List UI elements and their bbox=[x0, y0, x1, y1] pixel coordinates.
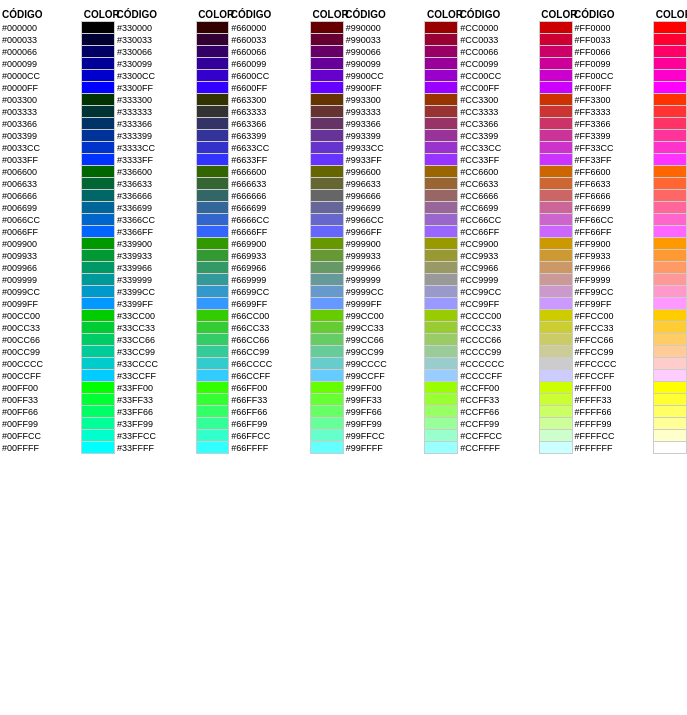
color-swatch bbox=[82, 322, 115, 334]
column-header-code-0: CÓDIGO bbox=[0, 8, 82, 22]
color-swatch bbox=[82, 154, 115, 166]
color-swatch bbox=[311, 94, 344, 106]
column-header-color-1: COLOR bbox=[196, 8, 229, 22]
color-swatch bbox=[311, 250, 344, 262]
color-code: #66CC33 bbox=[229, 322, 311, 334]
color-code: #CCCC33 bbox=[458, 322, 540, 334]
color-code: #6699CC bbox=[229, 286, 311, 298]
color-code: #CC33CC bbox=[458, 142, 540, 154]
color-swatch bbox=[539, 334, 572, 346]
color-swatch bbox=[311, 322, 344, 334]
color-code: #CC6633 bbox=[458, 178, 540, 190]
color-code: #0000FF bbox=[0, 82, 82, 94]
color-swatch bbox=[654, 82, 687, 94]
color-swatch bbox=[654, 334, 687, 346]
color-swatch bbox=[539, 82, 572, 94]
color-code: #FF3366 bbox=[572, 118, 654, 130]
color-code: #FFCC66 bbox=[572, 334, 654, 346]
color-code: #003333 bbox=[0, 106, 82, 118]
color-code: #660099 bbox=[229, 58, 311, 70]
table-row: #006699#336699#666699#996699#CC6699#FF66… bbox=[0, 202, 687, 214]
color-code: #009999 bbox=[0, 274, 82, 286]
color-code: #CC0033 bbox=[458, 34, 540, 46]
table-row: #00CC33#33CC33#66CC33#99CC33#CCCC33#FFCC… bbox=[0, 322, 687, 334]
color-code: #9966CC bbox=[343, 214, 425, 226]
color-code: #CCCC99 bbox=[458, 346, 540, 358]
color-code: #66CC66 bbox=[229, 334, 311, 346]
color-swatch bbox=[425, 286, 458, 298]
color-swatch bbox=[425, 334, 458, 346]
color-code: #FF9933 bbox=[572, 250, 654, 262]
color-code: #CC0066 bbox=[458, 46, 540, 58]
color-code: #000066 bbox=[0, 46, 82, 58]
color-code: #009933 bbox=[0, 250, 82, 262]
color-code: #CCCC66 bbox=[458, 334, 540, 346]
color-swatch bbox=[196, 82, 229, 94]
color-swatch bbox=[539, 58, 572, 70]
color-swatch bbox=[196, 106, 229, 118]
color-swatch bbox=[539, 274, 572, 286]
color-swatch bbox=[82, 310, 115, 322]
color-code: #003399 bbox=[0, 130, 82, 142]
color-swatch bbox=[539, 382, 572, 394]
color-swatch bbox=[654, 154, 687, 166]
color-code: #669999 bbox=[229, 274, 311, 286]
color-swatch bbox=[654, 298, 687, 310]
color-swatch bbox=[311, 106, 344, 118]
color-code: #990099 bbox=[343, 58, 425, 70]
color-swatch bbox=[82, 346, 115, 358]
color-code: #33CCFF bbox=[114, 370, 196, 382]
table-row: #00FF99#33FF99#66FF99#99FF99#CCFF99#FFFF… bbox=[0, 418, 687, 430]
color-swatch bbox=[82, 286, 115, 298]
color-swatch bbox=[425, 166, 458, 178]
color-code: #FFCC33 bbox=[572, 322, 654, 334]
color-code: #339999 bbox=[114, 274, 196, 286]
color-swatch bbox=[654, 166, 687, 178]
color-code: #FFCCCC bbox=[572, 358, 654, 370]
color-swatch bbox=[196, 46, 229, 58]
color-code: #99FF33 bbox=[343, 394, 425, 406]
color-code: #FFFFCC bbox=[572, 430, 654, 442]
color-swatch bbox=[425, 382, 458, 394]
color-code: #3300CC bbox=[114, 70, 196, 82]
color-swatch bbox=[82, 298, 115, 310]
color-code: #FF6699 bbox=[572, 202, 654, 214]
color-code: #6600FF bbox=[229, 82, 311, 94]
color-swatch bbox=[311, 226, 344, 238]
color-swatch bbox=[539, 262, 572, 274]
color-code: #996633 bbox=[343, 178, 425, 190]
color-swatch bbox=[425, 298, 458, 310]
color-swatch bbox=[196, 322, 229, 334]
color-swatch bbox=[654, 202, 687, 214]
color-code: #3399FF bbox=[114, 298, 196, 310]
color-code: #00CC33 bbox=[0, 322, 82, 334]
color-code: #66FFCC bbox=[229, 430, 311, 442]
color-swatch bbox=[425, 58, 458, 70]
color-code: #FF0099 bbox=[572, 58, 654, 70]
color-swatch bbox=[539, 442, 572, 454]
color-code: #6600CC bbox=[229, 70, 311, 82]
color-code: #FF0033 bbox=[572, 34, 654, 46]
color-swatch bbox=[425, 322, 458, 334]
color-code: #CC9900 bbox=[458, 238, 540, 250]
color-swatch bbox=[654, 70, 687, 82]
color-code: #333366 bbox=[114, 118, 196, 130]
color-swatch bbox=[311, 214, 344, 226]
color-swatch bbox=[654, 106, 687, 118]
color-swatch bbox=[654, 58, 687, 70]
color-swatch bbox=[425, 394, 458, 406]
color-swatch bbox=[539, 418, 572, 430]
color-swatch bbox=[539, 250, 572, 262]
color-swatch bbox=[82, 94, 115, 106]
color-code: #FFCCFF bbox=[572, 370, 654, 382]
table-row: #000000#330000#660000#990000#CC0000#FF00… bbox=[0, 22, 687, 34]
color-swatch bbox=[425, 106, 458, 118]
color-code: #CCFF99 bbox=[458, 418, 540, 430]
color-code: #99FFCC bbox=[343, 430, 425, 442]
color-swatch bbox=[425, 358, 458, 370]
color-swatch bbox=[82, 238, 115, 250]
color-code: #FF99FF bbox=[572, 298, 654, 310]
color-swatch bbox=[311, 202, 344, 214]
color-code: #0099CC bbox=[0, 286, 82, 298]
color-code: #FF3333 bbox=[572, 106, 654, 118]
